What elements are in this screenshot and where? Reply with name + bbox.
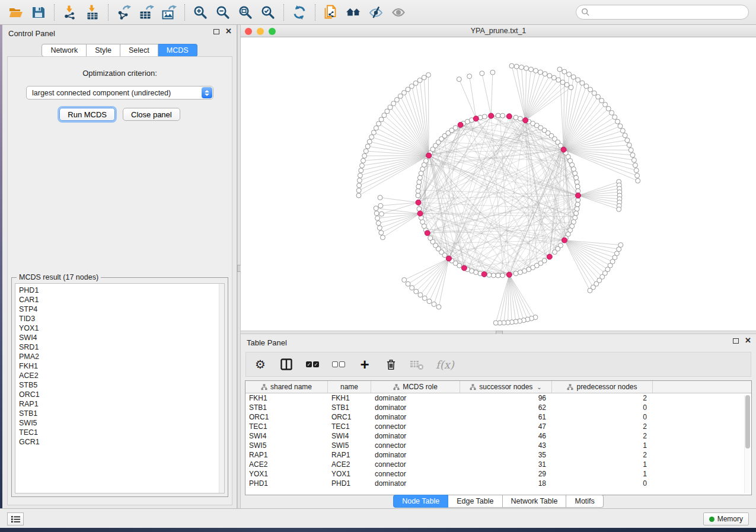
open-file-icon (8, 5, 24, 20)
first-neighbors-button[interactable] (343, 2, 363, 23)
optimization-criterion-select[interactable]: largest connected component (undirected) (26, 86, 213, 100)
mcds-result-list[interactable]: PHD1CAR1STP4TID3YOX1SWI4SRD1PMA2FKH1ACE2… (15, 283, 225, 493)
mcds-node-item[interactable]: SWI4 (19, 333, 224, 342)
close-panel-icon[interactable]: ✕ (745, 338, 751, 344)
network-from-selection-button[interactable] (321, 2, 341, 23)
zoom-out-button[interactable] (213, 2, 233, 23)
cell-name: PHD1 (328, 479, 371, 488)
mcds-node-item[interactable]: YOX1 (19, 323, 224, 333)
tab-style[interactable]: Style (87, 44, 120, 57)
delete-row-button[interactable] (384, 357, 398, 372)
cell-successor-nodes: 35 (460, 451, 552, 459)
table-row[interactable]: TEC1TEC1connector472 (245, 422, 751, 431)
table-scrollbar[interactable] (744, 395, 750, 493)
memory-status-icon (709, 517, 714, 522)
tab-network-table[interactable]: Network Table (503, 495, 567, 508)
mcds-node-item[interactable]: FKH1 (19, 361, 224, 371)
table-row[interactable]: YOX1YOX1connector291 (245, 469, 751, 479)
table-row[interactable]: STB1STB1dominator620 (245, 403, 751, 412)
refresh-network-button[interactable] (289, 2, 310, 23)
mcds-node-item[interactable]: GCR1 (19, 437, 224, 447)
hide-graphics-details-button[interactable] (366, 2, 386, 23)
export-table-button[interactable] (136, 2, 157, 23)
save-session-button[interactable] (28, 2, 49, 23)
table-row[interactable]: RAP1RAP1dominator352 (245, 450, 751, 460)
close-panel-button[interactable]: Close panel (123, 108, 180, 121)
table-row[interactable]: SWI4SWI4dominator462 (245, 431, 751, 441)
minimize-window-icon[interactable] (257, 28, 264, 35)
show-columns-button[interactable] (279, 357, 294, 372)
select-all-button[interactable]: ✓✓ (305, 357, 320, 372)
mcds-node-item[interactable]: ORC1 (19, 390, 224, 399)
table-toolbar: ⚙✓✓+f(x) (245, 352, 751, 377)
add-row-button[interactable]: + (358, 357, 372, 372)
mcds-node-item[interactable]: SRD1 (19, 342, 224, 352)
tab-edge-table[interactable]: Edge Table (448, 495, 502, 508)
scrollbar-thumb[interactable] (745, 395, 750, 448)
mcds-node-item[interactable]: ACE2 (19, 371, 224, 380)
zoom-fit-button[interactable] (235, 2, 256, 23)
column-header-name[interactable]: name (328, 381, 371, 393)
cell-successor-nodes: 62 (460, 403, 552, 412)
maximize-window-icon[interactable] (269, 28, 276, 35)
table-row[interactable]: ORC1ORC1dominator610 (245, 412, 751, 422)
mcds-node-item[interactable]: TID3 (19, 314, 224, 323)
zoom-selected-button[interactable] (258, 2, 278, 23)
mcds-node-item[interactable]: RAP1 (19, 399, 224, 409)
mcds-node-item[interactable]: SWI5 (19, 418, 224, 428)
import-network-button[interactable] (60, 2, 80, 23)
close-window-icon[interactable] (245, 28, 252, 35)
float-panel-icon[interactable] (213, 29, 219, 34)
column-header-successor-nodes[interactable]: successor nodes⌄ (460, 381, 552, 393)
task-history-button[interactable] (7, 512, 24, 525)
search-field[interactable] (576, 5, 749, 20)
column-header-shared-name[interactable]: shared name (245, 381, 328, 393)
import-table-button[interactable] (82, 2, 103, 23)
mcds-node-item[interactable]: STP4 (19, 305, 224, 314)
table-row[interactable]: SWI5SWI5connector431 (245, 441, 751, 450)
add-row-icon: + (360, 358, 369, 370)
mcds-node-item[interactable]: TEC1 (19, 428, 224, 437)
table-settings-icon: ⚙ (255, 358, 266, 370)
mcds-node-item[interactable]: STB5 (19, 380, 224, 390)
tab-select[interactable]: Select (120, 44, 158, 57)
network-from-selection-icon (323, 5, 339, 20)
column-header-mcds-role[interactable]: MCDS role (371, 381, 460, 393)
mcds-node-item[interactable]: PMA2 (19, 352, 224, 361)
table-row[interactable]: PHD1PHD1dominator180 (245, 479, 751, 488)
hide-graphics-details-icon (368, 5, 384, 20)
column-header-predecessor-nodes[interactable]: predecessor nodes (552, 381, 653, 393)
network-canvas[interactable] (241, 37, 756, 330)
mcds-list-scrollbar[interactable] (219, 284, 224, 493)
mcds-tab-content: Optimization criterion: largest connecte… (7, 56, 232, 505)
mcds-node-item[interactable]: PHD1 (19, 286, 224, 295)
table-settings-button[interactable]: ⚙ (253, 357, 267, 372)
unselect-all-button[interactable] (331, 357, 346, 372)
export-image-button[interactable] (159, 2, 179, 23)
close-panel-icon[interactable]: ✕ (225, 28, 232, 34)
table-row[interactable]: FKH1FKH1dominator962 (245, 393, 751, 403)
cell-mcds-role: dominator (371, 394, 460, 402)
mcds-node-item[interactable]: CAR1 (19, 295, 224, 305)
export-network-button[interactable] (114, 2, 134, 23)
tab-node-table[interactable]: Node Table (393, 495, 448, 508)
run-mcds-button[interactable]: Run MCDS (59, 108, 115, 121)
refresh-network-icon (292, 5, 307, 20)
search-input[interactable] (593, 8, 744, 17)
show-graphics-details-button[interactable] (388, 2, 409, 23)
open-file-button[interactable] (6, 2, 26, 23)
tab-mcds[interactable]: MCDS (158, 44, 197, 57)
table-row[interactable]: ACE2ACE2connector311 (245, 460, 751, 469)
memory-button[interactable]: Memory (703, 512, 749, 525)
export-image-icon (161, 5, 177, 20)
cell-name: ACE2 (328, 460, 371, 469)
toolbar-separator (283, 4, 284, 21)
cell-successor-nodes: 46 (460, 432, 552, 440)
tab-motifs[interactable]: Motifs (566, 495, 603, 508)
toolbar-separator (108, 4, 109, 21)
tab-network[interactable]: Network (42, 44, 87, 57)
mcds-node-item[interactable]: STB1 (19, 409, 224, 418)
float-panel-icon[interactable] (733, 338, 739, 344)
cell-name: TEC1 (328, 422, 371, 431)
zoom-in-button[interactable] (190, 2, 210, 23)
